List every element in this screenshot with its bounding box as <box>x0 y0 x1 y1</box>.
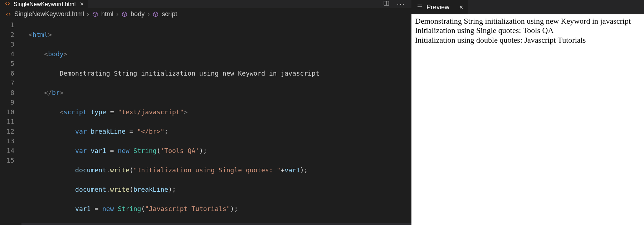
breadcrumb-body: body <box>131 10 145 18</box>
tab-bar: SingleNewKeyword.html × ··· <box>0 0 411 8</box>
more-actions-icon[interactable]: ··· <box>397 0 405 8</box>
preview-icon <box>416 3 423 11</box>
breadcrumb-html: html <box>101 10 113 18</box>
chevron-right-icon: › <box>87 10 89 18</box>
chevron-right-icon: › <box>147 10 150 18</box>
html-file-icon <box>5 10 11 18</box>
cube-icon <box>92 10 98 18</box>
close-icon[interactable]: × <box>80 0 84 8</box>
editor-tab[interactable]: SingleNewKeyword.html × <box>0 0 88 8</box>
code-area[interactable]: 123 456 789 101112 131415 <html> <body> … <box>0 20 411 225</box>
preview-tab-title: Preview <box>426 4 449 11</box>
code-content[interactable]: <html> <body> Demonstrating String initi… <box>21 20 411 225</box>
tab-filename: SingleNewKeyword.html <box>14 1 75 8</box>
tab-actions: ··· <box>383 0 411 8</box>
breadcrumb[interactable]: SingleNewKeyword.html › html › body › sc… <box>0 8 411 20</box>
breadcrumb-script: script <box>162 10 177 18</box>
preview-tab[interactable]: Preview × <box>411 0 468 14</box>
cube-icon <box>121 10 128 18</box>
chevron-right-icon: › <box>116 10 118 18</box>
close-icon[interactable]: × <box>459 4 463 11</box>
preview-tab-bar: Preview × <box>411 0 644 14</box>
cube-icon <box>152 10 159 18</box>
split-editor-icon[interactable] <box>383 0 390 8</box>
preview-line: Initialization using Single quotes: Tool… <box>415 26 640 35</box>
editor-pane: SingleNewKeyword.html × ··· SingleNewKey… <box>0 0 411 225</box>
preview-content: Demonstrating String initialization usin… <box>411 14 644 225</box>
preview-line: Initialization using double quotes: Java… <box>415 35 640 45</box>
preview-line: Demonstrating String initialization usin… <box>415 16 640 26</box>
line-gutter: 123 456 789 101112 131415 <box>0 20 21 225</box>
preview-pane: Preview × Demonstrating String initializ… <box>411 0 644 225</box>
html-file-icon <box>4 0 11 8</box>
breadcrumb-file: SingleNewKeyword.html <box>14 10 84 18</box>
